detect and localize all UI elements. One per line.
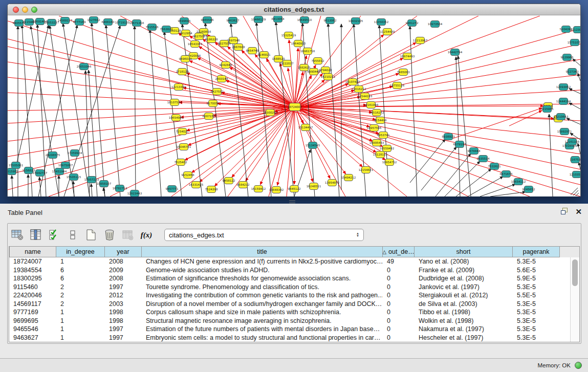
table-row[interactable]: 1872400712008Changes of HCN gene express… <box>9 257 570 266</box>
column-header-in_degree[interactable]: in_degree <box>56 247 105 257</box>
graph-node[interactable]: 9242848 <box>220 62 232 69</box>
column-header-title[interactable]: title <box>142 247 383 257</box>
table-row[interactable]: 1938455462009Genome-wide association stu… <box>9 266 570 275</box>
graph-node[interactable]: 20206575 <box>46 152 60 159</box>
graph-node[interactable]: 9361272 <box>406 20 419 27</box>
table-cell[interactable]: 0 <box>383 325 415 334</box>
graph-node[interactable]: 2867608 <box>232 44 245 51</box>
graph-node[interactable]: 9613062 <box>324 17 337 24</box>
scrollbar-thumb[interactable] <box>572 259 578 286</box>
table-cell[interactable]: Tourette syndrome. Phenomenology and cla… <box>142 283 383 292</box>
table-settings-icon[interactable] <box>11 228 24 242</box>
table-cell[interactable]: Investigating the contribution of common… <box>142 291 383 300</box>
table-cell[interactable]: 2 <box>56 283 105 292</box>
graph-node[interactable]: 9463627 <box>227 17 239 24</box>
graph-node[interactable]: 15751074 <box>568 39 580 46</box>
table-cell[interactable]: Corpus callosum shape and size in male p… <box>142 308 383 317</box>
table-cell[interactable]: 1 <box>56 325 105 334</box>
graph-node[interactable]: 9227343 <box>566 69 579 75</box>
graph-node[interactable]: 8267150 <box>203 113 215 120</box>
table-row[interactable]: 1456911722003Disruption of a novel membe… <box>9 300 570 309</box>
table-cell[interactable]: Stergiakouli et al. (2012) <box>415 291 513 300</box>
table-cell[interactable]: 0 <box>383 291 415 300</box>
graph-node[interactable]: 5912954 <box>180 30 192 37</box>
table-cell[interactable]: 0 <box>383 308 415 317</box>
table-cell[interactable]: 9777169 <box>9 308 56 317</box>
graph-node[interactable]: 8427552 <box>211 89 224 95</box>
table-cell[interactable]: 6 <box>56 274 105 283</box>
graph-node[interactable]: 10719135 <box>115 19 130 26</box>
graph-node[interactable]: 10975887 <box>58 162 73 169</box>
close-panel-icon[interactable]: ✕ <box>575 208 582 215</box>
row-height-icon[interactable] <box>66 228 79 242</box>
graph-node[interactable]: 11058352 <box>374 19 388 26</box>
graph-node[interactable]: 8584212 <box>237 182 250 188</box>
graph-node[interactable]: 16159412 <box>251 186 266 192</box>
graph-node[interactable]: 12103514 <box>570 171 580 178</box>
graph-node[interactable]: 6794028 <box>319 67 332 74</box>
graph-node[interactable]: 15128151 <box>373 151 388 158</box>
graph-node[interactable]: 16442794 <box>448 49 463 56</box>
table-cell[interactable]: 49 <box>383 257 415 266</box>
graph-node[interactable]: 18724007 <box>288 103 302 111</box>
graph-node[interactable]: 8454749 <box>246 48 259 54</box>
panel-splitter-grip[interactable] <box>289 201 295 203</box>
table-cell[interactable]: Genome-wide association studies in ADHD. <box>142 266 383 275</box>
graph-node[interactable]: 8990448 <box>308 69 320 75</box>
table-cell[interactable]: 5.9E-5 <box>513 274 560 283</box>
delete-trash-icon[interactable] <box>103 228 116 242</box>
graph-node[interactable]: 11616212 <box>352 86 366 93</box>
table-cell[interactable]: 1 <box>56 317 105 325</box>
graph-node[interactable]: 16248551 <box>307 183 321 190</box>
graph-node[interactable]: 7663822 <box>160 26 173 33</box>
table-cell[interactable]: 1997 <box>105 325 142 334</box>
table-cell[interactable]: Dudbridge et al. (2008) <box>415 274 513 283</box>
graph-node[interactable]: 12213389 <box>171 84 186 91</box>
table-cell[interactable]: 5.3E-5 <box>513 317 560 325</box>
graph-node[interactable]: 14569117 <box>58 17 73 24</box>
table-row[interactable]: 1830029562008Estimation of significance … <box>9 274 570 283</box>
graph-node[interactable]: 6466160 <box>102 19 115 26</box>
graph-node[interactable]: 18107534 <box>167 99 182 106</box>
table-cell[interactable]: 18724007 <box>9 257 56 266</box>
graph-node[interactable]: 116753 <box>570 157 580 163</box>
graph-node[interactable]: 9170051 <box>207 100 220 107</box>
new-table-icon[interactable] <box>84 228 98 242</box>
graph-node[interactable]: 15505115 <box>67 174 81 181</box>
table-cell[interactable]: 9699695 <box>9 317 56 325</box>
table-cell[interactable]: 5.3E-5 <box>513 300 560 309</box>
table-selector-dropdown[interactable]: citations_edges.txt ▲▼ <box>164 229 364 241</box>
graph-node[interactable]: 2718129 <box>176 69 189 75</box>
table-cell[interactable]: Structural magnetic resonance image aver… <box>142 317 383 325</box>
table-cell[interactable]: 2008 <box>105 257 142 266</box>
graph-node[interactable]: 7485083 <box>397 69 410 76</box>
graph-node[interactable]: 10432105 <box>349 18 363 25</box>
graph-node[interactable]: 9845122 <box>288 186 301 192</box>
table-cell[interactable]: Estimation of the future numbers of pati… <box>142 325 383 334</box>
table-vertical-scrollbar[interactable] <box>570 257 579 342</box>
graph-node[interactable]: 14957596 <box>367 125 382 132</box>
graph-node[interactable]: 18755126 <box>390 82 405 89</box>
graph-node[interactable]: 16649510 <box>297 17 312 24</box>
graph-node[interactable]: 9146821 <box>258 52 271 58</box>
table-cell[interactable]: 0 <box>383 334 415 342</box>
graph-node[interactable]: 9152458 <box>182 172 194 179</box>
table-row[interactable]: 2242004622012Investigating the contribut… <box>9 291 570 300</box>
table-cell[interactable]: 5.3E-5 <box>513 334 560 342</box>
column-header-pagerank[interactable]: pagerank <box>513 247 560 257</box>
table-cell[interactable]: Tibbo et al. (1998) <box>415 308 513 317</box>
delete-table-icon[interactable] <box>121 228 135 242</box>
graph-node[interactable]: 10973504 <box>428 21 443 28</box>
table-cell[interactable]: de Silva et al. (2003) <box>415 300 513 309</box>
table-cell[interactable]: 2012 <box>105 291 142 300</box>
table-cell[interactable]: 6 <box>56 266 105 275</box>
graph-node[interactable]: 16210221 <box>321 74 336 80</box>
table-cell[interactable]: 0 <box>383 317 415 325</box>
graph-node[interactable]: 1527602 <box>88 17 100 24</box>
table-cell[interactable]: 9115460 <box>9 283 56 292</box>
graph-node[interactable]: 10954752 <box>382 159 397 166</box>
table-cell[interactable]: Changes of HCN gene expression and I(f) … <box>142 257 383 266</box>
column-checklist-icon[interactable] <box>48 228 61 242</box>
table-cell[interactable]: 5.6E-5 <box>513 266 560 275</box>
table-cell[interactable]: Jankovic et al. (1997) <box>415 283 513 292</box>
